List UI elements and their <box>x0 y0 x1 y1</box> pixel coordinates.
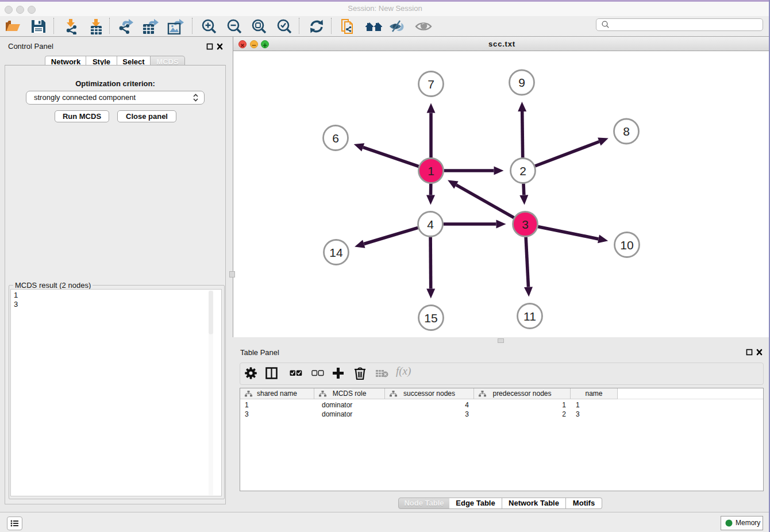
svg-text:10: 10 <box>620 238 633 252</box>
svg-text:3: 3 <box>522 218 529 231</box>
svg-text:8: 8 <box>623 125 630 138</box>
svg-text:14: 14 <box>329 246 343 259</box>
svg-text:9: 9 <box>518 76 525 89</box>
svg-text:4: 4 <box>427 218 434 231</box>
svg-text:15: 15 <box>424 311 437 325</box>
svg-text:6: 6 <box>332 132 339 145</box>
svg-text:1: 1 <box>428 164 434 178</box>
svg-text:11: 11 <box>523 310 536 323</box>
svg-text:7: 7 <box>428 78 434 91</box>
svg-text:2: 2 <box>519 164 526 178</box>
